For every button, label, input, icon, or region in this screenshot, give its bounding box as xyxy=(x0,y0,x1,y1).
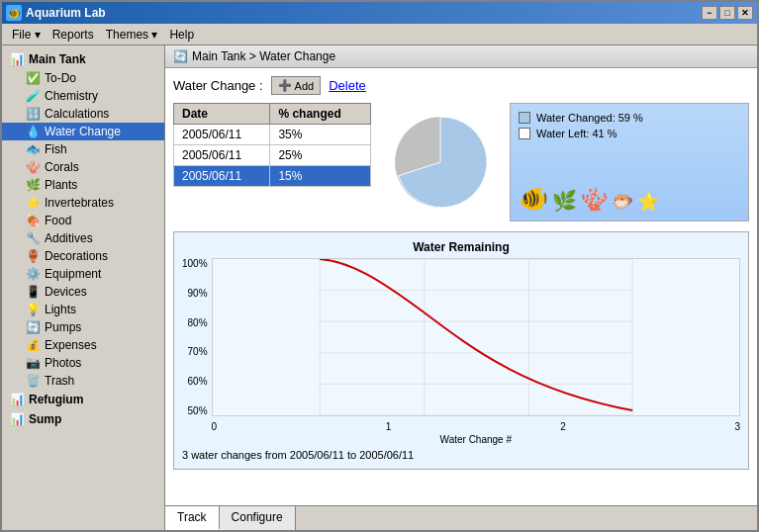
plant-decoration: 🌿 xyxy=(552,189,577,213)
y-label-50: 50% xyxy=(188,405,208,416)
sidebar-group-maintank: 📊 Main Tank ✅ To-Do 🧪 Chemistry 🔢 Calcul… xyxy=(2,49,164,390)
tab-configure[interactable]: Configure xyxy=(220,506,296,530)
sidebar-item-pumps[interactable]: 🔄 Pumps xyxy=(2,318,164,336)
cell-date-1: 2005/06/11 xyxy=(174,125,270,145)
sidebar-item-fish[interactable]: 🐟 Fish xyxy=(2,140,164,158)
sidebar-item-label-equipment: Equipment xyxy=(45,267,101,281)
todo-icon: ✅ xyxy=(26,71,41,85)
corals-icon: 🪸 xyxy=(26,160,41,174)
sidebar-item-label-invertebrates: Invertebrates xyxy=(45,196,114,210)
sidebar-item-waterchange[interactable]: 💧 Water Change xyxy=(2,123,164,140)
sidebar-item-todo[interactable]: ✅ To-Do xyxy=(2,69,164,87)
chart-svg-container: 0 1 2 3 Water Change # xyxy=(212,258,740,445)
cell-pct-2: 25% xyxy=(270,145,371,166)
equipment-icon: ⚙️ xyxy=(26,267,41,281)
legend-item-left: Water Left: 41 % xyxy=(519,128,740,139)
breadcrumb: 🔄 Main Tank > Water Change xyxy=(165,45,757,68)
additives-icon: 🔧 xyxy=(26,231,41,245)
sidebar-item-label-waterchange: Water Change xyxy=(45,125,121,138)
fish-icon: 🐟 xyxy=(26,142,41,156)
sidebar-group-label-maintank: Main Tank xyxy=(29,52,86,66)
section-title: Water Change : xyxy=(173,78,263,93)
top-section: Date % changed 2005/06/11 35% xyxy=(173,103,749,222)
menu-help[interactable]: Help xyxy=(163,26,200,44)
title-bar: 🐠 Aquarium Lab − □ ✕ xyxy=(2,2,757,24)
y-label-80: 80% xyxy=(188,317,208,328)
sidebar-group-header-refugium[interactable]: 📊 Refugium xyxy=(2,390,164,409)
sidebar-item-label-plants: Plants xyxy=(45,178,77,192)
chart-svg xyxy=(212,258,740,416)
sidebar-group-header-sump[interactable]: 📊 Sump xyxy=(2,409,164,429)
minimize-button[interactable]: − xyxy=(702,6,717,20)
invertebrates-icon: ⭐ xyxy=(26,196,41,210)
chart-summary: 3 water changes from 2005/06/11 to 2005/… xyxy=(182,449,740,461)
sidebar-item-equipment[interactable]: ⚙️ Equipment xyxy=(2,265,164,283)
chart-title: Water Remaining xyxy=(182,240,740,254)
sidebar-item-plants[interactable]: 🌿 Plants xyxy=(2,176,164,194)
sidebar-item-devices[interactable]: 📱 Devices xyxy=(2,283,164,301)
pie-chart xyxy=(381,103,500,222)
sidebar-item-food[interactable]: 🍖 Food xyxy=(2,212,164,229)
sidebar-group-label-refugium: Refugium xyxy=(29,393,83,406)
add-button[interactable]: ➕ Add xyxy=(271,76,322,95)
sidebar-group-header-maintank[interactable]: 📊 Main Tank xyxy=(2,49,164,69)
chart-wrapper: 100% 90% 80% 70% 60% 50% xyxy=(182,258,740,445)
sump-icon: 📊 xyxy=(10,412,25,426)
sidebar-item-label-fish: Fish xyxy=(45,142,67,156)
sidebar-item-label-expenses: Expenses xyxy=(45,338,97,352)
y-label-100: 100% xyxy=(182,258,208,269)
chart-area: Water Remaining 100% 90% 80% 70% 60% 50% xyxy=(173,231,749,470)
menu-themes[interactable]: Themes ▾ xyxy=(100,26,164,44)
sidebar-item-photos[interactable]: 📷 Photos xyxy=(2,354,164,372)
sidebar-item-corals[interactable]: 🪸 Corals xyxy=(2,158,164,176)
menu-reports[interactable]: Reports xyxy=(47,26,100,44)
trash-icon: 🗑️ xyxy=(26,374,41,388)
legend-checkbox-changed[interactable] xyxy=(519,112,530,124)
content-header: Water Change : ➕ Add Delete xyxy=(173,76,749,95)
col-date: Date xyxy=(174,104,270,125)
content-inner: Water Change : ➕ Add Delete Dat xyxy=(165,68,757,505)
app-icon: 🐠 xyxy=(6,5,22,21)
sidebar-item-chemistry[interactable]: 🧪 Chemistry xyxy=(2,87,164,105)
table-row-selected[interactable]: 2005/06/11 15% xyxy=(174,166,371,187)
coral-decoration: 🪸 xyxy=(581,187,608,213)
sidebar-item-lights[interactable]: 💡 Lights xyxy=(2,301,164,318)
waterchange-icon: 💧 xyxy=(26,125,41,138)
decorations-icon: 🏺 xyxy=(26,249,41,263)
close-button[interactable]: ✕ xyxy=(737,6,753,20)
sidebar-item-trash[interactable]: 🗑️ Trash xyxy=(2,372,164,390)
sidebar-item-additives[interactable]: 🔧 Additives xyxy=(2,229,164,247)
x-label-0: 0 xyxy=(212,421,218,432)
sidebar-item-invertebrates[interactable]: ⭐ Invertebrates xyxy=(2,194,164,212)
x-label-1: 1 xyxy=(386,421,392,432)
plants-icon: 🌿 xyxy=(26,178,41,192)
sidebar-item-label-calculations: Calculations xyxy=(45,107,109,121)
y-label-70: 70% xyxy=(188,346,208,357)
sidebar-item-label-corals: Corals xyxy=(45,160,79,174)
breadcrumb-text: Main Tank > Water Change xyxy=(192,49,335,63)
table-row[interactable]: 2005/06/11 35% xyxy=(174,125,371,145)
breadcrumb-icon: 🔄 xyxy=(173,49,188,63)
menu-file[interactable]: File ▾ xyxy=(6,26,47,44)
menu-bar: File ▾ Reports Themes ▾ Help xyxy=(2,24,757,45)
maximize-button[interactable]: □ xyxy=(719,6,735,20)
sidebar-item-expenses[interactable]: 💰 Expenses xyxy=(2,336,164,354)
photos-icon: 📷 xyxy=(26,356,41,370)
sidebar-item-label-todo: To-Do xyxy=(45,71,76,85)
refugium-icon: 📊 xyxy=(10,393,25,406)
sidebar-item-decorations[interactable]: 🏺 Decorations xyxy=(2,247,164,265)
table-row[interactable]: 2005/06/11 25% xyxy=(174,145,371,166)
starfish-decoration: ⭐ xyxy=(637,191,659,213)
water-change-table-container: Date % changed 2005/06/11 35% xyxy=(173,103,371,222)
sidebar-item-calculations[interactable]: 🔢 Calculations xyxy=(2,105,164,123)
pumps-icon: 🔄 xyxy=(26,320,41,334)
fish-decoration-2: 🐡 xyxy=(612,191,633,213)
delete-link[interactable]: Delete xyxy=(329,78,366,93)
sidebar: 📊 Main Tank ✅ To-Do 🧪 Chemistry 🔢 Calcul… xyxy=(2,45,165,530)
devices-icon: 📱 xyxy=(26,285,41,299)
tab-track[interactable]: Track xyxy=(165,506,220,530)
y-label-60: 60% xyxy=(188,376,208,387)
legend-checkbox-left[interactable] xyxy=(519,128,530,139)
legend-items: Water Changed: 59 % Water Left: 41 % xyxy=(519,112,740,139)
x-axis-title: Water Change # xyxy=(212,434,740,445)
